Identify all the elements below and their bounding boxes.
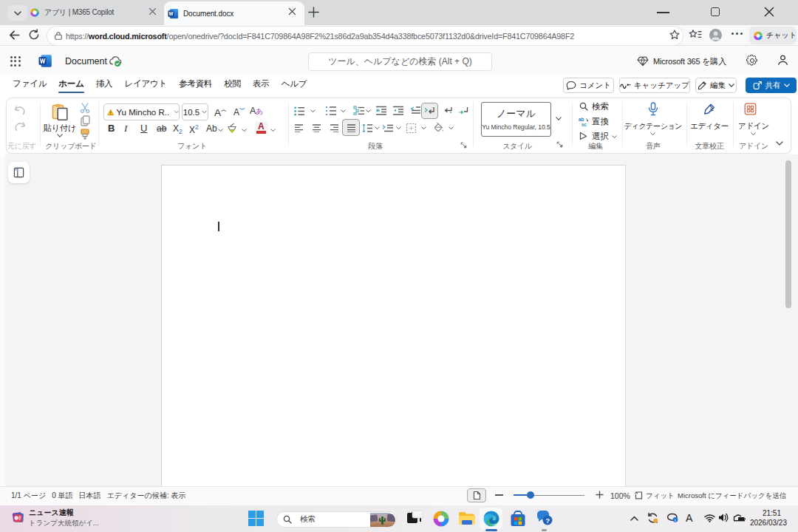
svg-text:ac: ac <box>582 122 587 127</box>
svg-text:?: ? <box>546 517 550 525</box>
